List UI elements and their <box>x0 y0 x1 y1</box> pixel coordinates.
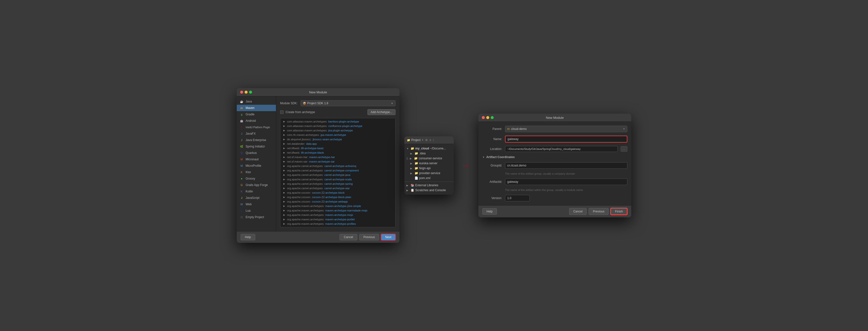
sidebar-item-android[interactable]: 🤖 Android <box>237 117 276 124</box>
minimize-button-2[interactable] <box>486 116 489 119</box>
sidebar-item-lua[interactable]: L Lua <box>237 208 276 214</box>
previous-button-1[interactable]: Previous <box>359 234 379 240</box>
sort-icon[interactable]: ↕ <box>433 138 434 142</box>
groupid-input[interactable] <box>505 162 627 169</box>
archetype-item-camel-spring[interactable]: ▶ org.apache.camel.archetypes:camel-arch… <box>280 182 395 186</box>
archetype-item-lift-basic[interactable]: ▶ net.liftweb:lift-archetype-basic <box>280 146 395 150</box>
archetype-item-jira[interactable]: ▶ com.atlassian.maven.archetypes:jira-pl… <box>280 128 395 133</box>
archetype-item-cocoon-block-plain[interactable]: ▶ org.apache.cocoon:cocoon-22-archetype-… <box>280 195 395 199</box>
tree-item-idea[interactable]: ▶ 📁 .idea <box>404 151 454 156</box>
sidebar-item-javafx[interactable]: J JavaFX <box>237 131 276 137</box>
section-collapse-icon[interactable]: ▼ <box>482 156 485 159</box>
archetype-item-dataapp[interactable]: ▶ net.databinder:data-app <box>280 141 395 146</box>
archetype-name: cocoon-22-archetype-block-plain <box>312 196 351 199</box>
location-input[interactable] <box>505 146 618 152</box>
browse-button[interactable]: ... <box>621 146 627 152</box>
sidebar-label-empty: Empty Project <box>246 215 264 219</box>
archetype-item-seam[interactable]: ▶ de.akquinet.jbosscc:jbosscc-seam-arche… <box>280 137 395 141</box>
archetype-item-camel-scala[interactable]: ▶ org.apache.camel.archetypes:camel-arch… <box>280 177 395 182</box>
sidebar-item-gradle[interactable]: g Gradle <box>237 111 276 117</box>
help-button-1[interactable]: Help <box>241 234 255 240</box>
archetype-item-marmalade[interactable]: ▶ org.apache.maven.archetypes:maven-arch… <box>280 208 395 213</box>
fullscreen-button-2[interactable] <box>491 116 494 119</box>
tree-item-provider[interactable]: ▶ 📁 provider-service <box>404 171 454 176</box>
expand-icon: ▶ <box>406 189 409 192</box>
archetype-item-bamboo[interactable]: ▶ com.atlassian.maven.archetypes:bamboo-… <box>280 119 395 124</box>
parent-dropdown[interactable]: m cloud-demo ▼ <box>505 126 627 132</box>
cancel-button-1[interactable]: Cancel <box>340 234 357 240</box>
archetype-item-cocoon-block[interactable]: ▶ org.apache.cocoon:cocoon-22-archetype-… <box>280 190 395 195</box>
sidebar-item-groovy[interactable]: ● Groovy <box>237 175 276 182</box>
sidebar-item-ktor[interactable]: K Ktor <box>237 169 276 175</box>
archetype-group: net.databinder: <box>287 142 305 145</box>
close-button-2[interactable] <box>482 116 485 119</box>
close-button-1[interactable] <box>240 91 243 93</box>
sidebar-item-microprofile[interactable]: M MicroProfile <box>237 163 276 169</box>
archetype-name: lift-archetype-basic <box>301 147 324 150</box>
minimize-button-1[interactable] <box>245 91 248 93</box>
archetype-item-camel-activemq[interactable]: ▶ org.apache.camel.archetypes:camel-arch… <box>280 164 395 168</box>
sidebar-item-maven[interactable]: m Maven <box>237 105 276 111</box>
archetype-item-camel-war[interactable]: ▶ org.apache.camel.archetypes:camel-arch… <box>280 186 395 190</box>
tree-item-mycloud[interactable]: ▼ 📁 my_cloud ~/Docume... <box>404 146 454 151</box>
archetype-item-j2ee[interactable]: ▶ org.apache.maven.archetypes:maven-arch… <box>280 204 395 208</box>
archetype-name: camel-archetype-java <box>324 173 350 176</box>
sidebar-item-grails[interactable]: G Grails App Forge <box>237 182 276 188</box>
tree-item-feign[interactable]: ▶ 📁 feign-api <box>404 166 454 171</box>
sidebar-item-empty[interactable]: □ Empty Project <box>237 214 276 220</box>
archetype-group: org.apache.maven.archetypes: <box>287 218 324 221</box>
menu-icon[interactable]: ≡ <box>429 138 431 142</box>
sidebar-item-java-enterprise[interactable]: J Java Enterprise <box>237 137 276 143</box>
add-archetype-button[interactable]: Add Archetype... <box>367 109 396 115</box>
archetype-list[interactable]: ▶ com.atlassian.maven.archetypes:bamboo-… <box>280 118 396 227</box>
project-dropdown[interactable]: 📁 Project ▼ <box>407 138 424 142</box>
sidebar-label-microprofile: MicroProfile <box>246 164 261 167</box>
name-input[interactable] <box>505 136 627 142</box>
project-sdk-icon: 📦 <box>303 102 306 105</box>
archetype-item-maven-sar[interactable]: ▶ net.sf.maven-sar:maven-archetype-sar <box>280 159 395 164</box>
archetype-item-lift-blank[interactable]: ▶ net.liftweb:lift-archetype-blank <box>280 150 395 155</box>
expand-icon: ▶ <box>283 129 285 132</box>
tree-item-eureka[interactable]: ▶ 📁 eureka-server <box>404 161 454 166</box>
sidebar-label-spring: Spring Initializr <box>246 145 265 148</box>
archetype-name: maven-archetype-portlet <box>325 218 354 221</box>
settings-icon[interactable]: ⚙ <box>425 138 428 142</box>
tree-item-pom[interactable]: ▶ 📄 pom.xml <box>404 176 454 181</box>
next-button[interactable]: Next <box>381 234 396 240</box>
cancel-button-2[interactable]: Cancel <box>569 208 587 215</box>
sidebar-item-quarkus[interactable]: Q Quarkus <box>237 150 276 156</box>
sidebar-item-micronaut[interactable]: M Micronaut <box>237 156 276 163</box>
sdk-dropdown[interactable]: 📦 Project SDK 1.8 ▼ <box>301 100 396 106</box>
tree-item-scratches[interactable]: ▶ 📋 Scratches and Console <box>404 188 454 193</box>
archetype-item-portlet[interactable]: ▶ org.apache.maven.archetypes:maven-arch… <box>280 217 395 222</box>
archetype-group: de.akquinet.jbosscc: <box>287 138 312 141</box>
expand-icon: ▶ <box>283 209 285 212</box>
sidebar-item-web[interactable]: W Web <box>237 201 276 208</box>
previous-button-2[interactable]: Previous <box>589 208 609 215</box>
sidebar-item-spring[interactable]: 🌿 Spring Initializr <box>237 143 276 150</box>
archetype-item-confluence[interactable]: ▶ com.atlassian.maven.archetypes:conflue… <box>280 124 395 128</box>
version-label: Version: <box>482 196 502 200</box>
archetype-item-maven-har[interactable]: ▶ net.sf.maven-har:maven-archetype-har <box>280 155 395 159</box>
location-label: Location: <box>482 147 502 151</box>
sidebar-item-kotlin[interactable]: K Kotlin <box>237 188 276 195</box>
archetype-item-camel-java[interactable]: ▶ org.apache.camel.archetypes:camel-arch… <box>280 173 395 177</box>
libraries-icon: 📚 <box>410 184 414 187</box>
tree-item-external[interactable]: ▶ 📚 External Libraries <box>404 183 454 188</box>
artifactid-input[interactable] <box>505 178 627 185</box>
fullscreen-button-1[interactable] <box>249 91 252 93</box>
tree-item-consumer[interactable]: 1. ▶ 📁 consumer-service <box>404 156 454 161</box>
expand-icon: ▶ <box>283 142 285 145</box>
sidebar-item-javascript[interactable]: J JavaScript <box>237 195 276 201</box>
archetype-item-cocoon-webapp[interactable]: ▶ org.apache.cocoon:cocoon-22-archetype-… <box>280 199 395 204</box>
archetype-item-mojo[interactable]: ▶ org.apache.maven.archetypes:maven-arch… <box>280 213 395 217</box>
version-input[interactable] <box>505 195 530 201</box>
sidebar-item-intellij[interactable]: I IntelliJ Platform Plugin <box>237 124 276 131</box>
archetype-item-profiles[interactable]: ▶ org.apache.maven.archetypes:maven-arch… <box>280 222 395 226</box>
help-button-2[interactable]: Help <box>482 208 497 215</box>
archetype-item-camel-component[interactable]: ▶ org.apache.camel.archetypes:camel-arch… <box>280 168 395 173</box>
archetype-checkbox[interactable] <box>280 110 284 114</box>
sidebar-item-java[interactable]: ☕ Java <box>237 98 276 105</box>
finish-button[interactable]: Finish <box>611 208 627 215</box>
archetype-item-jpa[interactable]: ▶ com.rfc.maven.archetypes:jpa-maven-arc… <box>280 133 395 137</box>
